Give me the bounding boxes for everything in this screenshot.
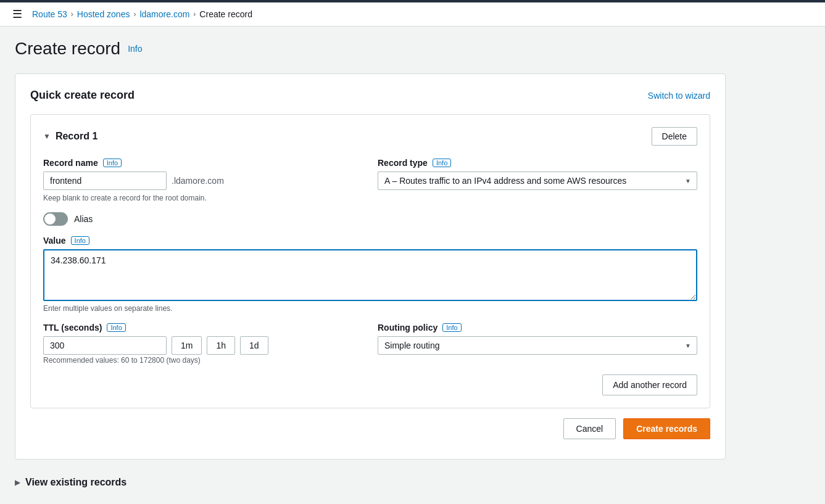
routing-policy-info[interactable]: Info: [442, 323, 461, 332]
action-row: Cancel Create records: [30, 418, 710, 444]
cancel-button[interactable]: Cancel: [563, 418, 616, 439]
value-info[interactable]: Info: [71, 236, 89, 245]
breadcrumb-domain[interactable]: ldamore.com: [139, 9, 189, 19]
record-type-select[interactable]: A – Routes traffic to an IPv4 address an…: [378, 171, 697, 190]
routing-policy-select-wrapper: Simple routingWeightedLatencyFailoverGeo…: [378, 336, 697, 355]
domain-suffix: .ldamore.com: [172, 176, 224, 186]
view-existing-records[interactable]: ▶ View existing records: [15, 469, 726, 495]
record-title: ▼ Record 1: [43, 131, 97, 142]
value-textarea[interactable]: [43, 249, 697, 301]
ttl-hint: Recommended values: 60 to 172800 (two da…: [43, 356, 201, 365]
chevron-icon: ›: [133, 10, 136, 19]
chevron-icon: ›: [71, 10, 73, 19]
ttl-routing-row: TTL (seconds) Info 1m 1h 1d Recommended …: [43, 323, 697, 365]
alias-row: Alias: [43, 212, 697, 226]
create-records-button[interactable]: Create records: [623, 418, 710, 439]
nav-bar: ☰ Route 53 › Hosted zones › ldamore.com …: [0, 2, 825, 27]
breadcrumb: Route 53 › Hosted zones › ldamore.com › …: [32, 9, 252, 19]
page-info-link[interactable]: Info: [128, 44, 142, 54]
alias-toggle[interactable]: [43, 212, 68, 226]
ttl-input[interactable]: [43, 336, 167, 355]
breadcrumb-route53[interactable]: Route 53: [32, 9, 67, 19]
card-header: Quick create record Switch to wizard: [30, 89, 710, 102]
routing-policy-select[interactable]: Simple routingWeightedLatencyFailoverGeo…: [378, 336, 697, 355]
ttl-label: TTL (seconds): [43, 323, 102, 333]
record-type-label-row: Record type Info: [378, 158, 697, 168]
collapse-icon[interactable]: ▼: [43, 132, 51, 141]
page-header: Create record Info: [15, 39, 726, 59]
record-type-group: Record type Info A – Routes traffic to a…: [378, 158, 697, 202]
record-name-input[interactable]: [43, 171, 167, 190]
ttl-label-row: TTL (seconds) Info: [43, 323, 363, 333]
hamburger-icon[interactable]: ☰: [12, 7, 22, 21]
card-title: Quick create record: [30, 89, 135, 102]
value-section: Value Info Enter multiple values on sepa…: [43, 236, 697, 313]
alias-slider: [43, 212, 68, 226]
value-label-row: Value Info: [43, 236, 697, 246]
record-name-info[interactable]: Info: [103, 159, 122, 167]
record-title-label: Record 1: [56, 131, 97, 142]
ttl-1d-button[interactable]: 1d: [240, 336, 268, 355]
view-existing-chevron-icon: ▶: [15, 478, 20, 487]
quick-create-card: Quick create record Switch to wizard ▼ R…: [15, 73, 726, 460]
record-name-label: Record name: [43, 158, 98, 168]
record-section: ▼ Record 1 Delete Record name Info .ldam…: [30, 114, 710, 408]
ttl-input-row: 1m 1h 1d: [43, 336, 363, 355]
ttl-info[interactable]: Info: [107, 323, 125, 332]
page-title: Create record: [15, 39, 120, 59]
record-header: ▼ Record 1 Delete: [43, 127, 697, 146]
ttl-1m-button[interactable]: 1m: [172, 336, 202, 355]
record-name-hint: Keep blank to create a record for the ro…: [43, 194, 363, 202]
record-type-select-wrapper: A – Routes traffic to an IPv4 address an…: [378, 171, 697, 190]
routing-policy-label: Routing policy: [378, 323, 437, 333]
ttl-section: TTL (seconds) Info 1m 1h 1d Recommended …: [43, 323, 363, 365]
add-record-row: Add another record: [43, 374, 697, 395]
chevron-icon: ›: [193, 10, 196, 19]
view-existing-label: View existing records: [25, 477, 126, 488]
ttl-1h-button[interactable]: 1h: [207, 336, 235, 355]
switch-wizard-link[interactable]: Switch to wizard: [648, 91, 710, 101]
record-name-label-row: Record name Info: [43, 158, 363, 168]
breadcrumb-current: Create record: [199, 9, 252, 19]
routing-section: Routing policy Info Simple routingWeight…: [378, 323, 697, 355]
add-another-record-button[interactable]: Add another record: [602, 374, 697, 395]
record-type-label: Record type: [378, 158, 428, 168]
routing-label-row: Routing policy Info: [378, 323, 697, 333]
record-name-input-row: .ldamore.com: [43, 171, 363, 190]
record-type-info[interactable]: Info: [433, 159, 451, 167]
alias-label: Alias: [74, 214, 93, 224]
value-hint: Enter multiple values on separate lines.: [43, 304, 172, 313]
record-name-group: Record name Info .ldamore.com Keep blank…: [43, 158, 363, 202]
record-name-type-row: Record name Info .ldamore.com Keep blank…: [43, 158, 697, 202]
page-content: Create record Info Quick create record S…: [0, 27, 740, 504]
value-label: Value: [43, 236, 66, 246]
breadcrumb-hosted-zones[interactable]: Hosted zones: [77, 9, 130, 19]
delete-button[interactable]: Delete: [652, 127, 697, 146]
